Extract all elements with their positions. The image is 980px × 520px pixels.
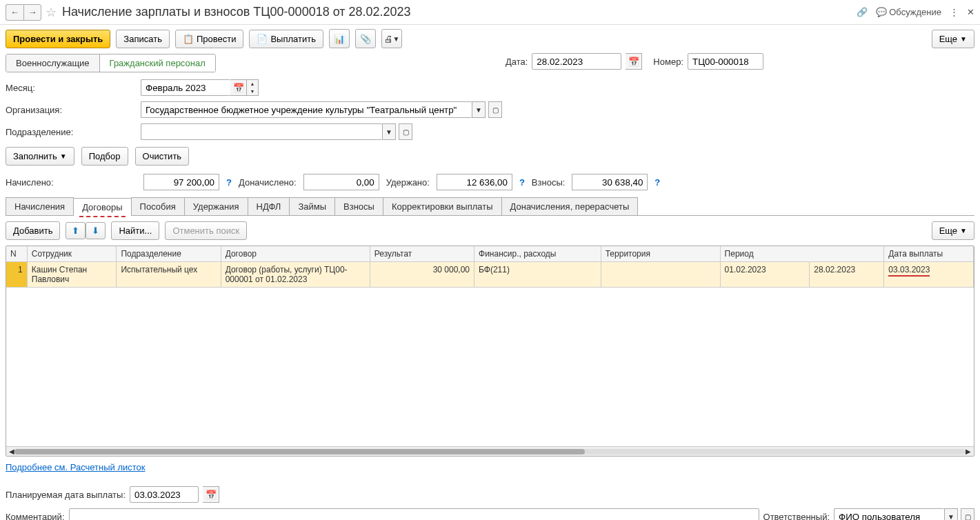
- col-department[interactable]: Подразделение: [117, 246, 221, 262]
- date-label: Дата:: [506, 57, 528, 67]
- find-button[interactable]: Найти...: [111, 221, 159, 240]
- tab-corrections[interactable]: Корректировки выплаты: [383, 197, 502, 215]
- cell-period-to: 28.02.2023: [810, 262, 884, 288]
- link-icon[interactable]: 🔗: [857, 7, 868, 17]
- withheld-help[interactable]: ?: [519, 177, 525, 188]
- fill-button[interactable]: Заполнить ▼: [6, 147, 74, 166]
- responsible-input[interactable]: [834, 508, 944, 520]
- extra-value[interactable]: [303, 174, 379, 190]
- date-calendar-button[interactable]: 📅: [626, 53, 642, 70]
- pay-icon: 📄: [257, 34, 268, 44]
- post-and-close-button[interactable]: Провести и закрыть: [6, 30, 110, 48]
- personnel-segment: Военнослужащие Гражданский персонал: [6, 54, 216, 72]
- responsible-dropdown-button[interactable]: ▼: [944, 508, 958, 520]
- col-n[interactable]: N: [6, 246, 27, 262]
- tab-contracts[interactable]: Договоры: [73, 198, 131, 216]
- grid-hscroll[interactable]: ◀ ▶: [6, 446, 974, 456]
- dept-label: Подразделение:: [6, 127, 137, 137]
- col-territory[interactable]: Территория: [601, 246, 720, 262]
- org-label: Организация:: [6, 105, 137, 115]
- discussion-link[interactable]: 💬 Обсуждение: [876, 7, 941, 17]
- segment-civil[interactable]: Гражданский персонал: [100, 54, 215, 72]
- cell-employee: Кашин Степан Павлович: [27, 262, 117, 288]
- dept-input[interactable]: [141, 123, 382, 140]
- org-open-button[interactable]: ▢: [488, 101, 502, 118]
- col-period[interactable]: Период: [720, 246, 884, 262]
- pick-button[interactable]: Подбор: [81, 147, 128, 166]
- grid-more-button[interactable]: Еще ▼: [932, 221, 974, 240]
- withheld-label: Удержано:: [386, 177, 430, 188]
- pay-button[interactable]: 📄Выплатить: [249, 30, 323, 48]
- close-icon[interactable]: ✕: [967, 7, 974, 17]
- org-dropdown-button[interactable]: ▼: [472, 101, 486, 118]
- scroll-right-icon[interactable]: ▶: [966, 448, 971, 455]
- cell-territory: [601, 262, 720, 288]
- tab-contributions[interactable]: Взносы: [334, 197, 383, 215]
- planned-date-input[interactable]: [130, 486, 199, 503]
- tab-accruals[interactable]: Начисления: [6, 197, 74, 215]
- responsible-open-button[interactable]: ▢: [961, 508, 974, 520]
- cell-paydate: 03.03.2023: [884, 262, 974, 288]
- col-result[interactable]: Результат: [370, 246, 474, 262]
- responsible-label: Ответственный:: [763, 512, 830, 521]
- col-contract[interactable]: Договор: [221, 246, 370, 262]
- attach-icon-button[interactable]: 📎: [355, 29, 376, 48]
- col-employee[interactable]: Сотрудник: [27, 246, 117, 262]
- post-icon: 📋: [183, 34, 194, 44]
- col-finance[interactable]: Финансир., расходы: [474, 246, 601, 262]
- contrib-label: Взносы:: [532, 177, 566, 188]
- save-button[interactable]: Записать: [116, 30, 170, 48]
- planned-date-calendar-button[interactable]: 📅: [203, 486, 219, 503]
- planned-date-label: Планируемая дата выплаты:: [6, 490, 126, 500]
- cell-n: 1: [6, 262, 27, 288]
- accrued-help[interactable]: ?: [226, 177, 232, 188]
- tab-ndfl[interactable]: НДФЛ: [248, 197, 290, 215]
- contracts-grid: N Сотрудник Подразделение Договор Резуль…: [6, 246, 974, 457]
- kebab-menu-icon[interactable]: ⋮: [950, 7, 959, 17]
- contrib-help[interactable]: ?: [654, 177, 660, 188]
- tab-recalc[interactable]: Доначисления, перерасчеты: [501, 197, 639, 215]
- post-button[interactable]: 📋Провести: [175, 30, 244, 48]
- cell-department: Испытательный цех: [117, 262, 221, 288]
- favorite-icon[interactable]: ☆: [46, 5, 57, 20]
- date-input[interactable]: [532, 53, 621, 70]
- print-icon-button[interactable]: 🖨▼: [381, 29, 402, 48]
- add-button[interactable]: Добавить: [6, 221, 60, 240]
- month-down-button[interactable]: ▼: [247, 88, 258, 95]
- clear-button[interactable]: Очистить: [135, 147, 190, 166]
- comment-label: Комментарий:: [6, 512, 65, 521]
- extra-label: Доначислено:: [239, 177, 297, 188]
- month-label: Месяц:: [6, 83, 137, 93]
- table-row[interactable]: 1 Кашин Степан Павлович Испытательный це…: [6, 262, 974, 288]
- more-button[interactable]: Еще ▼: [932, 30, 974, 48]
- cell-period-from: 01.02.2023: [720, 262, 810, 288]
- accrued-value[interactable]: [143, 174, 219, 190]
- tab-loans[interactable]: Займы: [289, 197, 335, 215]
- scroll-left-icon[interactable]: ◀: [9, 448, 14, 455]
- org-input[interactable]: [141, 101, 472, 118]
- report-icon-button[interactable]: 📊: [329, 29, 350, 48]
- month-calendar-button[interactable]: 📅: [230, 79, 247, 96]
- move-down-button[interactable]: ⬇: [86, 222, 106, 239]
- number-input[interactable]: [688, 53, 763, 70]
- month-input[interactable]: [141, 79, 230, 96]
- col-paydate[interactable]: Дата выплаты: [884, 246, 974, 262]
- segment-military[interactable]: Военнослужащие: [6, 54, 100, 72]
- withheld-value[interactable]: [437, 174, 512, 190]
- tab-benefits[interactable]: Пособия: [131, 197, 185, 215]
- page-title: Начисление зарплаты и взносов ТЦ00-00001…: [62, 5, 857, 19]
- payslip-link[interactable]: Подробнее см. Расчетный листок: [6, 462, 146, 472]
- cell-result: 30 000,00: [370, 262, 474, 288]
- dept-dropdown-button[interactable]: ▼: [382, 123, 396, 140]
- nav-back-button[interactable]: ←: [6, 4, 23, 21]
- tab-deductions[interactable]: Удержания: [184, 197, 248, 215]
- contrib-value[interactable]: [572, 174, 648, 190]
- dept-open-button[interactable]: ▢: [399, 123, 412, 140]
- month-up-button[interactable]: ▲: [247, 80, 258, 88]
- number-label: Номер:: [653, 57, 683, 67]
- nav-forward-button[interactable]: →: [23, 4, 41, 21]
- move-up-button[interactable]: ⬆: [66, 222, 86, 239]
- comment-input[interactable]: [69, 508, 759, 520]
- cell-contract: Договор (работы, услуги) ТЦ00-000001 от …: [221, 262, 370, 288]
- cancel-find-button[interactable]: Отменить поиск: [165, 221, 247, 240]
